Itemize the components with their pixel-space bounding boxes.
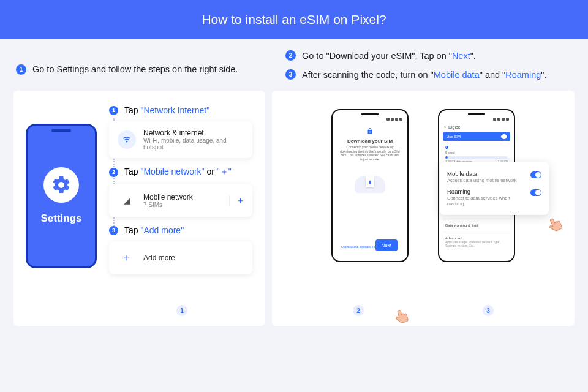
step-number-badge: 3 [109,226,118,235]
step-number-badge: 2 [285,50,296,61]
substep-text: Tap "Network Internet" [124,105,209,115]
data-used-value: 0 [443,141,510,151]
card-mobile-network[interactable]: ◢ Mobile network 7 SIMs ＋ [109,184,252,217]
highlight-next: Next [452,51,470,61]
overlay-title: Roaming [447,188,526,195]
intro-instructions: 1 Go to Settings and follow the steps on… [0,39,588,86]
sim-card-icon: ▮ [366,176,374,187]
toggle-on-icon[interactable] [501,135,507,138]
page-header: How to install an eSIM on Pixel? [0,0,588,39]
download-desc: Connect to your mobile network by downlo… [336,145,404,161]
row-advanced[interactable]: AdvancedApp data usage, Preferred networ… [443,232,510,252]
footer-badge: 2 [353,305,364,316]
phone-mock-settings: Settings [26,124,97,268]
toggles-overlay-card: Mobile data Access data using mobile net… [440,162,549,215]
overlay-sub: Connect to data services when roaming [447,195,526,206]
substep-2: 2 Tap "Mobile network" or "＋" ◢ Mobile n… [109,167,252,217]
overlay-roaming[interactable]: Roaming Connect to data services when ro… [447,186,541,209]
signal-icon: ◢ [118,191,136,209]
plus-icon: ＋ [118,249,136,267]
panels-row: Settings 1 Tap "Network Internet" Networ… [0,86,588,326]
overlay-sub: Access data using mobile network [447,178,526,183]
intro-step-1: 1 Go to Settings and follow the steps on… [16,64,238,75]
substep-text: Tap "Add more" [124,225,184,235]
card-subtitle: 7 SIMs [143,202,222,208]
panel-phone-screens: Download your SIM Connect to your mobile… [272,91,575,326]
carrier-name: Digicel [448,125,461,129]
settings-label: Settings [40,213,81,225]
status-bar [336,118,404,123]
step-number-badge: 2 [109,168,118,177]
lock-icon [336,127,404,136]
footer-badge: 3 [483,305,494,316]
toggle-on-icon[interactable] [530,189,541,196]
highlight-roaming: Roaming [505,70,541,80]
intro-text: After scanning the code, turn on "Mobile… [302,70,546,80]
card-title: Mobile network [143,193,222,202]
step-number-badge: 1 [16,64,26,75]
wifi-icon [118,130,136,149]
plus-icon[interactable]: ＋ [229,195,244,206]
overlay-mobile-data[interactable]: Mobile data Access data using mobile net… [447,168,541,186]
panel-settings-steps: Settings 1 Tap "Network Internet" Networ… [13,91,265,326]
card-network-internet[interactable]: Network & internet Wi-Fi, mobile, data u… [109,121,252,158]
phone-download-sim-wrap: Download your SIM Connect to your mobile… [331,105,409,315]
step-number-badge: 3 [285,69,296,80]
highlight-mobile-data: Mobile data [434,70,480,80]
intro-text: Go to "Download your eSIM", Tap on "Next… [302,51,476,61]
data-progress-bar [445,156,508,159]
footer-badge: 1 [176,305,187,316]
toggle-on-icon[interactable] [530,172,541,178]
page-title: How to install an eSIM on Pixel? [202,12,386,27]
cloud-illustration: ▮ [355,176,385,193]
back-icon[interactable]: ‹ [444,124,446,130]
panel-footer-badges: 2 3 [272,305,575,316]
use-sim-toggle-row[interactable]: Use SIM [443,132,510,141]
intro-step-3: 3 After scanning the code, turn on "Mobi… [285,69,572,80]
intro-text: Go to Settings and follow the steps on t… [32,64,238,74]
substep-3: 3 Tap "Add more" ＋ Add more [109,225,252,274]
carrier-header: ‹ Digicel [443,123,510,132]
pointer-hand-icon [545,214,567,238]
card-add-more[interactable]: ＋ Add more [109,241,252,274]
next-button[interactable]: Next [375,239,398,251]
panel-footer-badges: 1 [13,305,265,316]
download-title: Download your SIM [336,138,404,144]
step-number-badge: 1 [109,106,118,115]
intro-step-2: 2 Go to "Download your eSIM", Tap on "Ne… [285,50,572,61]
phone-mock-download-sim: Download your SIM Connect to your mobile… [331,109,409,262]
gear-icon [43,167,79,203]
card-subtitle: Wi-Fi, mobile, data usage, and hotspot [143,137,244,151]
overlay-title: Mobile data [447,170,526,177]
substep-1: 1 Tap "Network Internet" Network & inter… [109,105,252,158]
status-bar [443,118,510,123]
steps-column: 1 Tap "Network Internet" Network & inter… [109,105,252,315]
card-title: Network & internet [143,129,244,137]
data-used-unit: B used [443,151,510,154]
use-sim-label: Use SIM [447,135,461,138]
substep-text: Tap "Mobile network" or "＋" [124,167,232,178]
card-title: Add more [143,254,244,262]
row-data-warning[interactable]: Data warning & limit [443,219,510,232]
